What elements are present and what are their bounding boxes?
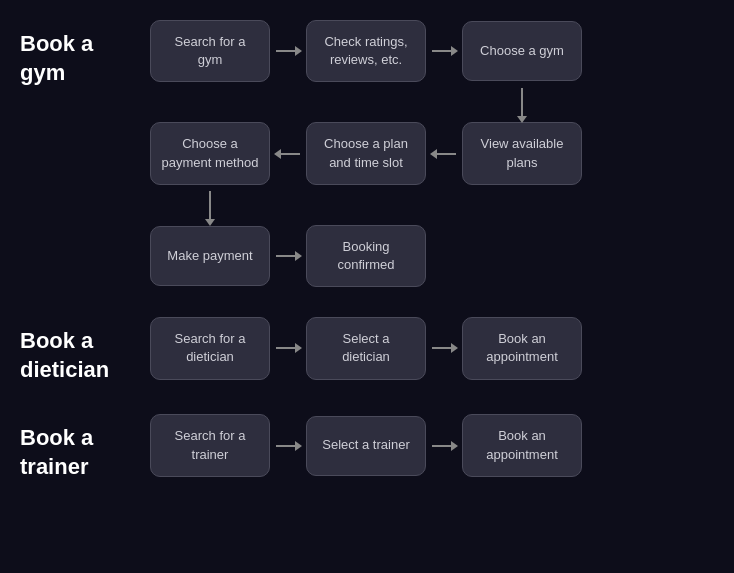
gym-row-3: Make payment Booking confirmed <box>150 225 714 287</box>
arrow-d-1 <box>270 347 306 349</box>
box-select-trainer: Select a trainer <box>306 416 426 476</box>
dietician-section: Book adietician Search for a dietician S… <box>20 317 714 384</box>
box-select-dietician: Select a dietician <box>306 317 426 379</box>
arrow-t-2 <box>426 445 462 447</box>
trainer-row: Search for a trainer Select a trainer Bo… <box>150 414 714 476</box>
trainer-section: Book atrainer Search for a trainer Selec… <box>20 414 714 481</box>
gym-label: Book agym <box>20 20 150 87</box>
gym-section: Book agym Search for a gym Check ratings… <box>20 20 714 287</box>
box-search-trainer: Search for a trainer <box>150 414 270 476</box>
box-choose-gym: Choose a gym <box>462 21 582 81</box>
gym-flow: Search for a gym Check ratings, reviews,… <box>150 20 714 287</box>
down-arrow-1 <box>521 88 714 116</box>
arrow-left-2 <box>426 153 462 155</box>
trainer-label: Book atrainer <box>20 414 150 481</box>
box-check-ratings: Check ratings, reviews, etc. <box>306 20 426 82</box>
dietician-row: Search for a dietician Select a dieticia… <box>150 317 714 379</box>
arrow-2-3 <box>426 50 462 52</box>
box-book-dietician: Book an appointment <box>462 317 582 379</box>
down-arrow-2 <box>209 191 714 219</box>
arrow-1-2 <box>270 50 306 52</box>
gym-row-1: Search for a gym Check ratings, reviews,… <box>150 20 714 82</box>
box-view-plans: View available plans <box>462 122 582 184</box>
arrow-d-2 <box>426 347 462 349</box>
arrow-left-1 <box>270 153 306 155</box>
dietician-flow: Search for a dietician Select a dieticia… <box>150 317 714 379</box>
box-book-trainer: Book an appointment <box>462 414 582 476</box>
gym-row-2: Choose a payment method Choose a plan an… <box>150 122 714 184</box>
box-search-gym: Search for a gym <box>150 20 270 82</box>
box-booking-confirmed: Booking confirmed <box>306 225 426 287</box>
box-choose-payment: Choose a payment method <box>150 122 270 184</box>
box-make-payment: Make payment <box>150 226 270 286</box>
trainer-flow: Search for a trainer Select a trainer Bo… <box>150 414 714 476</box>
box-choose-plan: Choose a plan and time slot <box>306 122 426 184</box>
arrow-pay-confirm <box>270 255 306 257</box>
dietician-label: Book adietician <box>20 317 150 384</box>
box-search-dietician: Search for a dietician <box>150 317 270 379</box>
arrow-t-1 <box>270 445 306 447</box>
